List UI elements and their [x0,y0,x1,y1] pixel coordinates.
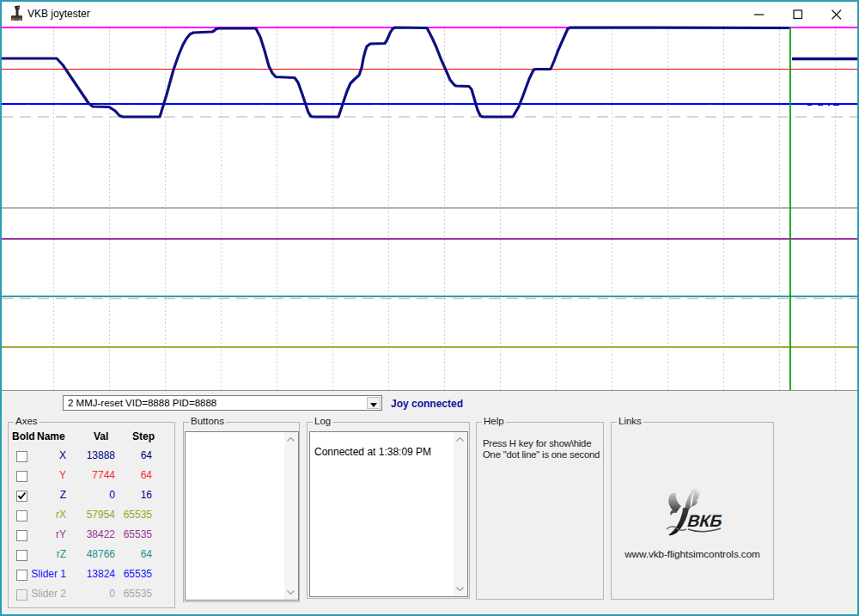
svg-text:ВКБ: ВКБ [685,511,725,530]
